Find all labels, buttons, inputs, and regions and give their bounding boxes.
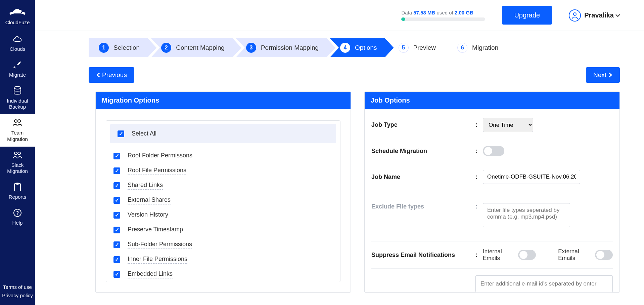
job-name-input[interactable] xyxy=(483,170,580,184)
option-row[interactable]: Preserve Timestamp xyxy=(113,223,333,237)
job-type-select[interactable]: One Time xyxy=(483,118,533,132)
schedule-label: Schedule Migration xyxy=(371,148,475,155)
sidebar-item-migrate[interactable]: Migrate xyxy=(0,56,35,82)
colon: : xyxy=(475,148,483,155)
option-checkbox[interactable] xyxy=(113,271,120,278)
sidebar-item-label: Reports xyxy=(9,194,27,200)
step-label: Options xyxy=(355,44,377,51)
option-row[interactable]: Shared Links xyxy=(113,178,333,193)
schedule-toggle[interactable] xyxy=(483,146,504,156)
sidebar-item-team-migration[interactable]: Team Migration xyxy=(0,114,35,147)
data-mid: used of xyxy=(435,10,455,15)
cloud-handshake-icon xyxy=(8,7,27,17)
step-label: Content Mapping xyxy=(176,44,225,51)
sidebar-item-help[interactable]: ? Help xyxy=(0,204,35,230)
sidebar: CloudFuze Clouds Migrate Individual Back… xyxy=(0,0,35,305)
option-label: Embedded Links xyxy=(128,270,173,278)
option-label: Sub-Folder Permissions xyxy=(128,241,192,249)
exclude-label: Exclude File types xyxy=(371,203,475,210)
option-label: Inner File Permissions xyxy=(128,256,187,264)
previous-button[interactable]: Previous xyxy=(89,67,134,83)
step-selection[interactable]: 1 Selection xyxy=(89,38,156,57)
help-icon: ? xyxy=(12,208,22,218)
option-row[interactable]: Root Folder Permissons xyxy=(113,149,333,163)
additional-emails-input[interactable] xyxy=(475,275,613,292)
option-checkbox[interactable] xyxy=(113,227,120,233)
panels: Migration Options Select All Root Folder… xyxy=(95,91,620,293)
user-menu[interactable]: Pravalika xyxy=(569,9,620,22)
svg-point-1 xyxy=(14,120,17,122)
option-checkbox[interactable] xyxy=(113,182,120,189)
internal-emails-label: Internal Emails xyxy=(483,248,514,262)
data-usage-fill xyxy=(401,17,405,21)
data-used: 57.58 MB xyxy=(413,10,435,15)
select-all-row[interactable]: Select All xyxy=(110,124,336,143)
exclude-row: Exclude File types : xyxy=(371,191,613,241)
job-type-label: Job Type xyxy=(371,121,475,128)
avatar-icon xyxy=(569,9,581,22)
step-label: Migration xyxy=(472,44,498,51)
database-icon xyxy=(12,86,22,96)
option-checkbox[interactable] xyxy=(113,212,120,219)
option-row[interactable]: Inner File Permissions xyxy=(113,252,333,267)
suppress-row: Suppress Email Notifications : Internal … xyxy=(371,241,613,269)
step-options[interactable]: 4 Options xyxy=(330,38,394,57)
sidebar-item-reports[interactable]: Reports xyxy=(0,179,35,204)
step-preview[interactable]: 5 Preview xyxy=(388,38,453,57)
svg-point-0 xyxy=(14,86,21,89)
step-number: 3 xyxy=(246,43,256,53)
sidebar-item-label: Help xyxy=(12,220,23,226)
step-number: 5 xyxy=(399,43,409,53)
data-usage-bar xyxy=(401,17,485,21)
select-all-checkbox[interactable] xyxy=(118,130,124,137)
job-name-row: Job Name : xyxy=(371,163,613,191)
next-button[interactable]: Next xyxy=(586,67,620,83)
option-row[interactable]: Sub-Folder Permissions xyxy=(113,237,333,252)
option-checkbox[interactable] xyxy=(113,241,120,248)
privacy-link[interactable]: Privacy policy xyxy=(2,293,33,298)
previous-label: Previous xyxy=(102,71,127,79)
step-permission-mapping[interactable]: 3 Permission Mapping xyxy=(236,38,335,57)
nav-row: Previous Next xyxy=(89,67,620,83)
brand-logo xyxy=(8,7,27,17)
option-checkbox[interactable] xyxy=(113,256,120,263)
svg-rect-5 xyxy=(14,184,20,191)
option-label: Root File Permissions xyxy=(128,167,186,175)
option-label: Root Folder Permissons xyxy=(128,152,192,160)
team-icon xyxy=(12,118,22,128)
option-row[interactable]: Root File Permissions xyxy=(113,163,333,178)
svg-rect-6 xyxy=(16,183,19,185)
job-name-label: Job Name xyxy=(371,174,475,181)
internal-emails-toggle[interactable] xyxy=(518,250,536,260)
option-checkbox[interactable] xyxy=(113,197,120,204)
option-row[interactable]: External Shares xyxy=(113,193,333,208)
option-row[interactable]: Embedded Links xyxy=(113,267,333,282)
chevron-left-icon xyxy=(96,72,100,78)
main: Data 57.58 MB used of 2.00 GB Upgrade Pr… xyxy=(35,0,644,305)
colon: : xyxy=(475,252,483,259)
sidebar-item-individual-backup[interactable]: Individual Backup xyxy=(0,82,35,115)
upgrade-button[interactable]: Upgrade xyxy=(502,6,552,25)
option-row[interactable]: Version History xyxy=(113,208,333,223)
chevron-down-icon xyxy=(615,14,620,17)
sidebar-item-label: Clouds xyxy=(10,46,26,52)
panel-header: Migration Options xyxy=(96,92,351,109)
clipboard-icon xyxy=(12,182,22,192)
sidebar-item-clouds[interactable]: Clouds xyxy=(0,31,35,56)
exclude-file-types-input[interactable] xyxy=(483,203,570,227)
sidebar-item-slack-migration[interactable]: Slack Migration xyxy=(0,147,35,179)
external-emails-toggle[interactable] xyxy=(595,250,613,260)
step-content-mapping[interactable]: 2 Content Mapping xyxy=(151,38,241,57)
option-label: External Shares xyxy=(128,196,171,204)
step-number: 4 xyxy=(340,43,350,53)
option-checkbox[interactable] xyxy=(113,167,120,174)
sidebar-item-label: Individual Backup xyxy=(1,98,34,111)
data-prefix: Data xyxy=(401,10,413,15)
option-label: Preserve Timestamp xyxy=(128,226,183,234)
terms-link[interactable]: Terms of use xyxy=(3,284,32,290)
option-checkbox[interactable] xyxy=(113,153,120,159)
step-migration[interactable]: 6 Migration xyxy=(447,38,515,57)
step-label: Permission Mapping xyxy=(261,44,319,51)
select-all-label: Select All xyxy=(132,130,156,137)
option-label: Version History xyxy=(128,211,168,219)
